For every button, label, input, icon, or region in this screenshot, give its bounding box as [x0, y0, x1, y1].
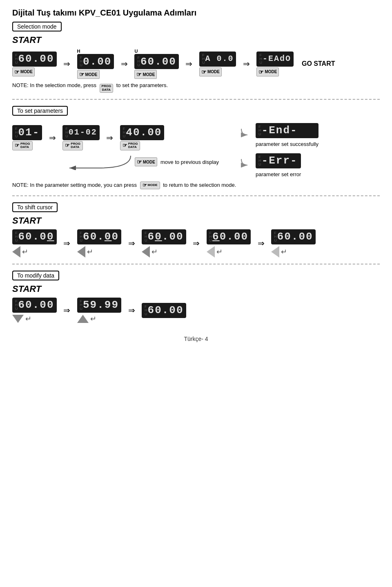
enter-icon-m1[interactable]: ↵ [25, 314, 31, 323]
enter-icon-2[interactable]: ↵ [87, 247, 93, 256]
success-arrow-svg [239, 125, 252, 145]
arrow-s3: ⇒ [190, 238, 203, 248]
left-arrow-btn-3[interactable] [142, 246, 150, 258]
shift-display-4: FHU 60.00 ↵ [207, 229, 251, 258]
lcd-s1: FHU 60.00 [12, 229, 57, 244]
lcd-s4: FHU 60.00 [207, 229, 251, 244]
lcd-m1: FHU 60.00 [12, 298, 57, 313]
lcd-end-text: -End- [262, 125, 298, 136]
prog-data-btn-note[interactable]: PROG DATA [100, 84, 114, 93]
mode-btn-2[interactable]: ☞ MODE [77, 70, 100, 79]
enter-icon-4[interactable]: ↵ [216, 247, 223, 256]
lcd-m2: FHU 59.99 [77, 298, 122, 313]
result-success: FHU -End- parameter set successfully [239, 123, 318, 147]
lcd-3: FHU 60.00 [134, 54, 179, 69]
mode-btn-5[interactable]: ☞ MODE [256, 67, 279, 76]
lcd-p2-text: 01-02 [69, 128, 97, 137]
enter-icon-m2[interactable]: ↵ [90, 314, 96, 323]
lcd-m3-text: 60.00 [148, 305, 184, 316]
lcd-s4-text: 60.00 [212, 231, 248, 242]
param-error-text: parameter set error [256, 171, 301, 177]
shift-cursor-label: To shift cursor [12, 202, 58, 212]
prog-data-btn-note2[interactable]: ☞ MODE [140, 181, 160, 189]
lcd-err: FHU -Err- [256, 153, 301, 168]
lcd-5-text: -EAdO [263, 55, 291, 63]
hand-icon-4: ☞ [201, 69, 207, 75]
param-display-area: FHU 01- ☞ PROG DATA ⇒ [12, 123, 219, 170]
param-display-row: FHU 01- ☞ PROG DATA ⇒ [12, 125, 219, 151]
lcd-p2: FHU 01-02 [62, 125, 100, 140]
shift-cursor-start: START [12, 215, 380, 226]
lcd-s5: FHU 60.00 [271, 229, 316, 244]
divider-1 [12, 99, 380, 100]
selection-mode-label: Selection mode [12, 22, 62, 31]
lcd-s5-text: 60.00 [277, 231, 313, 242]
arrow-s2: ⇒ [125, 238, 138, 248]
param-success-text: parameter set successfully [256, 141, 318, 147]
result-area: FHU -End- parameter set successfully [239, 123, 318, 177]
mode-btn-4[interactable]: ☞ MODE [199, 67, 222, 76]
go-start-label: GO START [302, 60, 335, 67]
lcd-3-text: 60.00 [140, 56, 176, 67]
result-error: FHU -Err- parameter set error [239, 153, 318, 177]
page-title: Dijital Tuş takımı KPV_CE01 Uygulama Adı… [12, 8, 380, 18]
divider-2 [12, 195, 380, 196]
selection-mode-start: START [12, 35, 380, 45]
selection-note: NOTE: In the selection mode, press PROG … [12, 82, 380, 93]
prog-btn-p2[interactable]: ☞ PROG DATA [62, 141, 83, 151]
lcd-s2-text: 60.00 [83, 231, 119, 242]
display-5: FHU -EAdO ☞ MODE [256, 52, 294, 76]
selection-mode-display-row: FHU 60.00 ☞ MODE ⇒ H FHU 0.00 [12, 49, 380, 79]
error-arrow-svg [239, 155, 252, 175]
enter-icon-1[interactable]: ↵ [22, 247, 28, 256]
mode-btn-1[interactable]: ☞ MODE [12, 67, 35, 76]
modify-display-1: FHU 60.00 ↵ [12, 298, 57, 323]
lcd-p1: FHU 01- [12, 125, 42, 140]
display-2: H FHU 0.00 ☞ MODE [77, 49, 114, 79]
move-label: move to previous display [160, 159, 219, 165]
lcd-s3: FHU 60.00 [142, 229, 186, 244]
shift-display-5: FHU 60.00 ↵ [271, 229, 316, 258]
param-display-3: FHU 40.00 ☞ PROG DATA [120, 125, 165, 151]
page-footer: Türkçe- 4 [12, 336, 380, 342]
param-display-1: FHU 01- ☞ PROG DATA [12, 125, 42, 151]
set-parameters-section: To set parameters FHU 01- ☞ PROG [12, 106, 380, 189]
lcd-p3-text: 40.00 [126, 127, 162, 138]
modify-display-2: FHU 59.99 ↵ [77, 298, 122, 323]
prog-btn-p3[interactable]: ☞ PROG DATA [120, 141, 140, 151]
enter-icon-5[interactable]: ↵ [281, 247, 287, 256]
hand-icon-2: ☞ [79, 71, 85, 78]
arrow-p2: ⇒ [104, 133, 116, 143]
modify-data-label: To modify data [12, 271, 59, 280]
lcd-s2: FHU 60.00 [77, 229, 122, 244]
prog-btn-p1[interactable]: ☞ PROG DATA [12, 141, 33, 151]
enter-icon-3[interactable]: ↵ [151, 247, 158, 256]
arrow-m1: ⇒ [61, 305, 73, 315]
shift-display-1: FHU 60.00 ↵ [12, 229, 57, 258]
arrow-2: ⇒ [118, 59, 130, 69]
left-arrow-btn-5[interactable] [271, 246, 279, 258]
lcd-m1-text: 60.00 [18, 300, 54, 310]
lcd-2: FHU 0.00 [77, 54, 114, 69]
left-arrow-btn-2[interactable] [77, 246, 85, 258]
down-arrow-btn-1[interactable] [12, 315, 24, 323]
lcd-end: FHU -End- [256, 123, 318, 138]
left-arrow-btn-4[interactable] [207, 246, 215, 258]
lcd-1-text: 60.00 [18, 54, 54, 64]
lcd-p3: FHU 40.00 [120, 125, 165, 140]
arrow-m2: ⇒ [125, 305, 138, 315]
up-arrow-btn-1[interactable] [77, 315, 89, 323]
lcd-2-text: 0.00 [83, 56, 111, 67]
left-arrow-btn-1[interactable] [12, 246, 20, 258]
hand-icon-1: ☞ [14, 69, 20, 75]
hand-icon-5: ☞ [258, 69, 264, 75]
mode-btn-back[interactable]: ☞ MODE [135, 157, 157, 166]
mode-btn-3[interactable]: ☞ MODE [134, 70, 157, 79]
arrow-4: ⇒ [240, 59, 252, 69]
arrow-3: ⇒ [183, 59, 195, 69]
lcd-4: FHU A 0.0 [199, 52, 236, 67]
lcd-p1-text: 01- [18, 127, 40, 138]
shift-display-3: FHU 60.00 ↵ [142, 229, 186, 258]
modify-display-row: FHU 60.00 ↵ ⇒ FHU 59.99 ↵ ⇒ FHU [12, 298, 380, 323]
lcd-5: FHU -EAdO [256, 52, 294, 67]
